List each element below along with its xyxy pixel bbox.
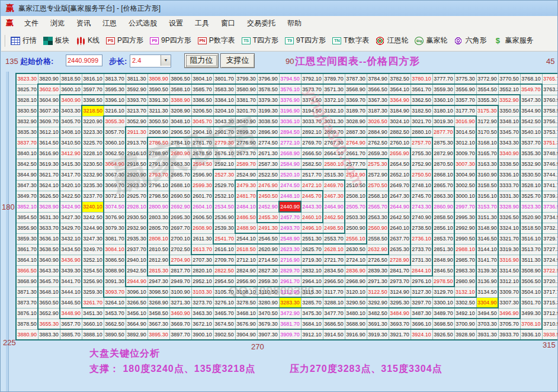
grid-cell: 2527.30 — [213, 169, 235, 180]
toolbar-hexagon-button[interactable]: 六角形 — [454, 36, 486, 46]
grid-cell: 2752.90 — [411, 159, 432, 169]
grid-cell: 2875.30 — [432, 137, 454, 148]
grid-cell: 3331.30 — [498, 191, 520, 201]
grid-cell: 3103.30 — [191, 287, 213, 297]
grid-cell: 3031.30 — [323, 116, 345, 127]
grid-cell: 3259.30 — [82, 287, 104, 297]
grid-cell: 3710.50 — [542, 319, 558, 329]
control-bar: 起始价格: 步长: 2.4 ▼ 阻力位 支撑位 江恩空间图表--价格四方形 — [1, 52, 558, 72]
grid-cell: 3072.10 — [104, 191, 126, 201]
grid-cell: 2668.90 — [279, 148, 301, 159]
grid-cell: 3026.50 — [367, 116, 389, 127]
grid-cell: 2620.90 — [257, 244, 279, 255]
grid-cell-highlight-135: 3218.50 — [82, 105, 104, 116]
toolbar-t-table-button[interactable]: TNT数字表 — [332, 36, 369, 46]
grid-cell: 3676.90 — [235, 319, 257, 329]
grid-cell: 3228.10 — [82, 148, 104, 159]
step-combobox[interactable]: 2.4 ▼ — [130, 54, 171, 68]
menu-item-gann[interactable]: 江恩 — [97, 17, 123, 30]
toolbar-label: P四方形 — [117, 36, 143, 46]
grid-cell: 3312.10 — [498, 276, 520, 287]
grid-cell: 3566.50 — [367, 84, 389, 95]
support-button[interactable]: 支撑位 — [220, 53, 255, 68]
grid-cell: 3021.70 — [411, 116, 432, 127]
grid-cell: 2745.70 — [411, 191, 432, 201]
grid-cell: 2712.10 — [235, 255, 257, 265]
grid-cell: 3273.70 — [191, 297, 213, 308]
menu-item-settings[interactable]: 设置 — [163, 17, 189, 30]
menu-item-trade-entrust[interactable]: 交易委托 — [241, 17, 281, 30]
grid-cell: 3758.50 — [542, 105, 558, 116]
grid-cell: 3499.30 — [520, 308, 542, 319]
grid-cell: 3319.30 — [498, 244, 520, 255]
grid-cell: 3076.90 — [104, 212, 126, 223]
grid-cell: 3693.70 — [389, 319, 411, 329]
grid-cell: 3050.50 — [147, 116, 169, 127]
toolbar-9t-square-button[interactable]: T99T四方形 — [285, 36, 326, 46]
toolbar-quotes-button[interactable]: 行情 — [11, 36, 37, 46]
chevron-down-icon[interactable]: ▼ — [161, 55, 171, 66]
toolbar-p-table-button[interactable]: PNP数字表 — [198, 36, 235, 46]
grid-cell: 3559.30 — [432, 84, 454, 95]
menu-item-file[interactable]: 文件 — [18, 17, 44, 30]
menu-item-formula-picker[interactable]: 公式选股 — [123, 17, 163, 30]
grid-cell: 3921.70 — [389, 329, 411, 340]
grid-cell: 3055.30 — [104, 116, 126, 127]
grid-cell: 2815.30 — [147, 265, 169, 276]
grid-cell: 3144.10 — [476, 244, 498, 255]
grid-cell: 3372.10 — [323, 95, 345, 105]
grid-cell: 2731.30 — [411, 255, 432, 265]
grid-cell: 2541.70 — [213, 233, 235, 244]
grid-cell: 2671.30 — [257, 148, 279, 159]
footer-analysis: 大盘关键位分析 支撑： 180度3240点、135度3218点压力270度328… — [89, 348, 442, 375]
toolbar-label: 赢家服务 — [505, 36, 533, 46]
grid-cell: 3360.10 — [432, 95, 454, 105]
menu-item-browse[interactable]: 浏览 — [44, 17, 70, 30]
grid-cell: 2644.90 — [389, 201, 411, 212]
grid-cell: 3832.90 — [16, 116, 38, 127]
toolbar-winner-service-button[interactable]: $赢家服务 — [493, 36, 533, 46]
grid-cell: 3230.50 — [82, 159, 104, 169]
grid-cell: 3868.90 — [16, 276, 38, 287]
grid-cell: 2508.10 — [345, 191, 367, 201]
grid-cell: 2664.10 — [323, 148, 345, 159]
toolbar-winner-wheel-button[interactable]: Big赢家轮 — [415, 36, 447, 46]
grid-cell: 3700.90 — [454, 319, 476, 329]
grid-cell: 3060.10 — [104, 137, 126, 148]
grid-cell: 2450.50 — [257, 191, 279, 201]
menu-item-help[interactable]: 帮助 — [281, 17, 307, 30]
grid-cell: 2786.50 — [147, 137, 169, 148]
grid-cell: 2911.30 — [126, 127, 147, 137]
toolbar-gann-wheel-button[interactable]: 江恩轮 — [376, 36, 408, 46]
toolbar-p-square-button[interactable]: PSP四方形 — [106, 36, 143, 46]
start-price-input[interactable] — [66, 54, 102, 66]
grid-cell: 2714.50 — [257, 255, 279, 265]
toolbar-9p-square-button[interactable]: P99P四方形 — [150, 36, 191, 46]
grid-cell: 3062.50 — [104, 148, 126, 159]
grid-cell: 3830.50 — [16, 105, 38, 116]
grid-cell: 3818.50 — [60, 73, 82, 84]
grid-cell: 2592.10 — [213, 159, 235, 169]
grid-cell: 3835.30 — [16, 127, 38, 137]
grid-cell: 3612.10 — [38, 127, 60, 137]
grid-cell: 3316.90 — [498, 255, 520, 265]
resistance-button[interactable]: 阻力位 — [184, 53, 219, 68]
grid-cell: 3132.10 — [454, 287, 476, 297]
child-window-icon: 赢 — [6, 18, 14, 28]
menu-item-news[interactable]: 资讯 — [70, 17, 97, 30]
toolbar-sectors-button[interactable]: 板块 — [43, 36, 69, 46]
pressure-levels-text: 压力270度3283点、315度3304点 — [290, 364, 442, 374]
grid-cell: 2904.10 — [191, 127, 213, 137]
toolbar-kline-button[interactable]: K线 — [76, 36, 100, 46]
grid-cell: 2899.30 — [235, 127, 257, 137]
grid-cell: 2791.30 — [147, 159, 169, 169]
grid-cell: 3823.30 — [16, 73, 38, 84]
grid-cell: 3756.10 — [542, 116, 558, 127]
menu-item-tools[interactable]: 工具 — [189, 17, 215, 30]
grid-cell: 3336.10 — [498, 169, 520, 180]
menu-item-window[interactable]: 窗口 — [215, 17, 241, 30]
toolbar-t-square-button[interactable]: TST四方形 — [242, 36, 278, 46]
grid-cell: 3477.70 — [323, 308, 345, 319]
grid-cell: 3931.30 — [476, 329, 498, 340]
grid-cell: 3045.70 — [191, 116, 213, 127]
